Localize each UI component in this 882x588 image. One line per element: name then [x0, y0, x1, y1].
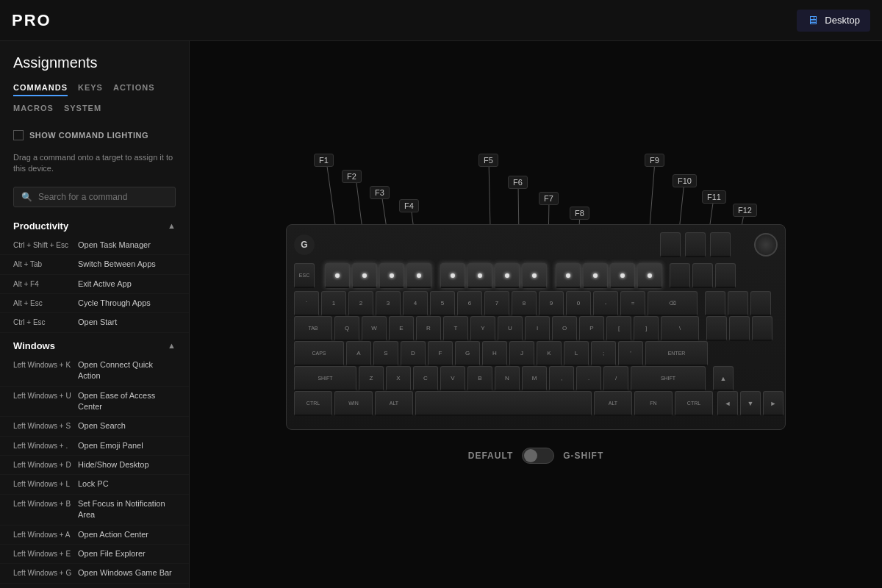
esc-key[interactable]: ESC — [294, 263, 315, 288]
list-item[interactable]: Alt + F4 Exit Active App — [0, 275, 189, 294]
category-windows[interactable]: Windows ▲ — [0, 333, 189, 356]
pgdn-key[interactable] — [752, 316, 772, 341]
fn-key[interactable]: FN — [634, 391, 673, 416]
fkey-f9[interactable]: F9 — [645, 154, 664, 167]
up-key[interactable]: ▲ — [713, 366, 734, 391]
scroll-key[interactable] — [692, 263, 713, 288]
backslash-key[interactable]: \ — [661, 316, 699, 341]
tab-commands[interactable]: COMMANDS — [13, 80, 68, 96]
search-input[interactable] — [38, 192, 168, 202]
category-productivity[interactable]: Productivity ▲ — [0, 213, 189, 236]
gshift-toggle[interactable] — [522, 448, 554, 464]
list-item[interactable]: Left Windows + U Open Ease of Access Cen… — [0, 387, 189, 417]
comma-key[interactable]: , — [549, 366, 574, 391]
list-item[interactable]: Alt + Esc Cycle Through Apps — [0, 294, 189, 313]
3-key[interactable]: 3 — [376, 291, 401, 316]
tab-actions[interactable]: ACTIONS — [113, 80, 155, 96]
f8-key[interactable] — [522, 263, 547, 288]
f-key[interactable]: F — [428, 341, 453, 366]
fkey-f11[interactable]: F11 — [702, 190, 726, 204]
k-key[interactable]: K — [537, 341, 562, 366]
list-item[interactable]: Left Windows + D Hide/Show Desktop — [0, 456, 189, 475]
f2-key[interactable] — [352, 263, 377, 288]
show-lighting-row[interactable]: SHOW COMMAND LIGHTING — [0, 124, 189, 146]
tab-key[interactable]: TAB — [294, 316, 332, 341]
f1-key[interactable] — [325, 263, 350, 288]
list-item[interactable]: Left Windows + K Open Connect Quick Acti… — [0, 356, 189, 387]
equals-key[interactable]: = — [620, 291, 645, 316]
o-key[interactable]: O — [552, 316, 577, 341]
x-key[interactable]: X — [386, 366, 411, 391]
c-key[interactable]: C — [413, 366, 438, 391]
tab-system[interactable]: SYSTEM — [64, 101, 101, 117]
rbracket-key[interactable]: ] — [634, 316, 659, 341]
lctrl-key[interactable]: CTRL — [294, 391, 332, 416]
list-item[interactable]: Left Windows + Ctrl + Enter Open Narrato… — [0, 584, 189, 588]
space-key[interactable] — [415, 391, 592, 416]
enter-key[interactable]: ENTER — [645, 341, 708, 366]
v-key[interactable]: V — [440, 366, 465, 391]
fkey-f1[interactable]: F1 — [314, 154, 334, 167]
quote-key[interactable]: ' — [618, 341, 643, 366]
z-key[interactable]: Z — [359, 366, 384, 391]
l-key[interactable]: L — [564, 341, 589, 366]
u-key[interactable]: U — [498, 316, 523, 341]
ins-key[interactable] — [705, 291, 725, 316]
slash-key[interactable]: / — [603, 366, 628, 391]
fkey-f2[interactable]: F2 — [342, 170, 362, 183]
list-item[interactable]: Alt + Tab Switch Between Apps — [0, 255, 189, 274]
d-key[interactable]: D — [401, 341, 426, 366]
f6-key[interactable] — [467, 263, 492, 288]
m-key[interactable]: M — [522, 366, 547, 391]
semicolon-key[interactable]: ; — [591, 341, 616, 366]
a-key[interactable]: A — [346, 341, 371, 366]
right-key[interactable]: ► — [763, 391, 784, 416]
tab-macros[interactable]: MACROS — [13, 101, 54, 117]
9-key[interactable]: 9 — [539, 291, 564, 316]
down-key[interactable]: ▼ — [740, 391, 761, 416]
prtsc-key[interactable] — [670, 263, 690, 288]
period-key[interactable]: . — [576, 366, 601, 391]
end-key[interactable] — [729, 316, 750, 341]
f9-key[interactable] — [556, 263, 581, 288]
search-bar[interactable]: 🔍 — [13, 187, 176, 207]
g-key[interactable]: G — [455, 341, 480, 366]
6-key[interactable]: 6 — [457, 291, 482, 316]
list-item[interactable]: Left Windows + E Open File Explorer — [0, 545, 189, 564]
j-key[interactable]: J — [509, 341, 534, 366]
minus-key[interactable]: - — [593, 291, 618, 316]
fkey-f6[interactable]: F6 — [508, 176, 528, 189]
lbracket-key[interactable]: [ — [606, 316, 631, 341]
list-item[interactable]: Left Windows + S Open Search — [0, 417, 189, 436]
f7-key[interactable] — [495, 263, 520, 288]
i-key[interactable]: I — [525, 316, 550, 341]
device-selector[interactable]: 🖥 Desktop — [797, 10, 870, 32]
s-key[interactable]: S — [373, 341, 398, 366]
rshift-key[interactable]: SHIFT — [631, 366, 706, 391]
fkey-f5[interactable]: F5 — [478, 154, 498, 167]
home-key[interactable] — [728, 291, 748, 316]
f5-key[interactable] — [440, 263, 465, 288]
f11-key[interactable] — [610, 263, 635, 288]
f12-key[interactable] — [637, 263, 662, 288]
pgup-key[interactable] — [750, 291, 771, 316]
list-item[interactable]: Left Windows + B Set Focus in Notificati… — [0, 495, 189, 526]
fkey-f7[interactable]: F7 — [539, 192, 559, 205]
lwin-key[interactable]: WIN — [334, 391, 373, 416]
list-item[interactable]: Left Windows + . Open Emoji Panel — [0, 437, 189, 456]
w-key[interactable]: W — [362, 316, 387, 341]
list-item[interactable]: Ctrl + Esc Open Start — [0, 313, 189, 332]
lalt-key[interactable]: ALT — [375, 391, 413, 416]
list-item[interactable]: Left Windows + L Lock PC — [0, 475, 189, 494]
fkey-f4[interactable]: F4 — [399, 199, 419, 212]
1-key[interactable]: 1 — [321, 291, 346, 316]
backtick-key[interactable]: ` — [294, 291, 319, 316]
f10-key[interactable] — [583, 263, 608, 288]
tab-keys[interactable]: KEYS — [78, 80, 103, 96]
del-key[interactable] — [706, 316, 727, 341]
caps-key[interactable]: CAPS — [294, 341, 344, 366]
left-key[interactable]: ◄ — [717, 391, 738, 416]
4-key[interactable]: 4 — [403, 291, 428, 316]
list-item[interactable]: Ctrl + Shift + Esc Open Task Manager — [0, 236, 189, 255]
f3-key[interactable] — [379, 263, 404, 288]
